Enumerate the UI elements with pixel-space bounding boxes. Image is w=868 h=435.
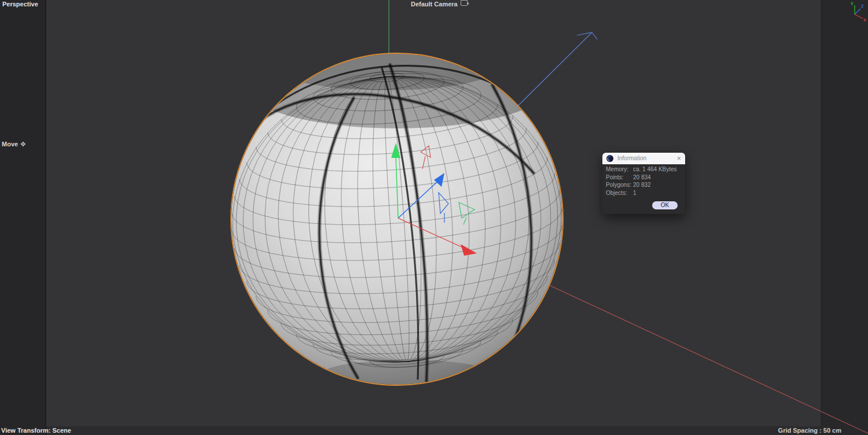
camera-name-label: Default Camera xyxy=(411,1,458,8)
active-tool-label-group: Move✥ xyxy=(2,141,25,148)
stat-row-memory: Memory: ca. 1 464 KBytes xyxy=(602,165,685,174)
camera-icon xyxy=(461,0,468,6)
camera-label-group[interactable]: Default Camera xyxy=(411,0,468,8)
viewport-canvas[interactable]: Y Z X xyxy=(0,0,868,435)
axis-y-label: Y xyxy=(851,2,854,6)
tool-name-label: Move xyxy=(2,141,18,148)
axis-x-label: X xyxy=(863,18,866,22)
ok-button[interactable]: OK xyxy=(652,201,678,209)
stat-row-objects: Objects: 1 xyxy=(602,189,685,197)
close-icon[interactable]: × xyxy=(676,153,681,164)
dialog-stat-rows: Memory: ca. 1 464 KBytes Points: 20 834 … xyxy=(602,165,685,197)
world-x-axis-line xyxy=(542,282,868,433)
dialog-title: Information xyxy=(617,153,646,164)
dialog-titlebar[interactable]: Information × xyxy=(602,153,685,164)
world-z-axis-line xyxy=(517,32,597,107)
stat-row-points: Points: 20 834 xyxy=(602,174,685,182)
view-mode-label[interactable]: Perspective xyxy=(2,1,38,8)
application-window: Y Z X Perspective Default Camera Move✥ V… xyxy=(0,0,868,435)
grid-spacing-status: Grid Spacing : 50 cm xyxy=(778,427,841,434)
information-dialog: Information × Memory: ca. 1 464 KBytes P… xyxy=(602,153,685,214)
view-transform-status: View Transform: Scene xyxy=(1,427,71,434)
axis-z-label: Z xyxy=(861,4,864,8)
move-icon: ✥ xyxy=(20,141,25,148)
app-logo-icon xyxy=(606,155,613,162)
orientation-axis-gizmo[interactable]: Y Z X xyxy=(851,2,866,22)
stat-row-polygons: Polygons: 20 832 xyxy=(602,181,685,189)
